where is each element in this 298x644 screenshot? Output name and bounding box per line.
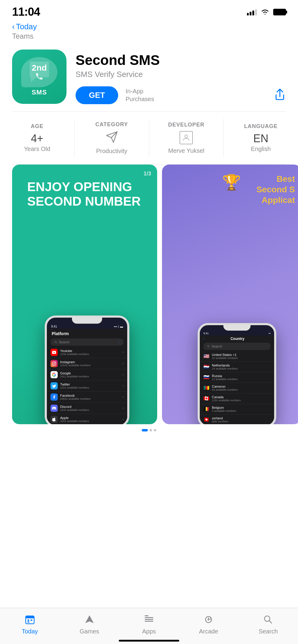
svg-rect-13 [28, 621, 29, 623]
phone-time: 9:41 [51, 325, 57, 328]
tab-apps-label: Apps [142, 628, 156, 635]
facebook-info: Facebook 63631 available numbers [60, 394, 120, 400]
app-icon: 2nd SMS [12, 50, 66, 104]
be-flag: 🇧🇪 [203, 406, 209, 412]
phone-time-2: 9:41 [203, 332, 209, 335]
meta-category: CATEGORY Productivity [75, 119, 149, 157]
tab-arcade-icon [202, 613, 215, 626]
cm-flag: 🇨🇲 [203, 385, 209, 391]
meta-developer-label: DEVELOPER [168, 122, 204, 128]
svg-point-6 [55, 362, 55, 363]
app-actions: GET In-AppPurchases [76, 86, 286, 104]
discord-info: Discord 1231 available numbers [60, 405, 120, 412]
phone-icon [35, 72, 44, 81]
tab-apps[interactable]: Apps [131, 613, 167, 635]
meta-developer-icon-area [180, 131, 193, 144]
tab-games-icon [83, 613, 96, 626]
today-svg-icon [24, 614, 35, 625]
dot-2 [150, 429, 152, 431]
tab-games-label: Games [80, 628, 99, 635]
youtube-info: Youtube 1234 available numbers [60, 349, 120, 356]
wifi-icon [261, 9, 270, 15]
facebook-avail: 63631 available numbers [60, 397, 120, 400]
svg-point-7 [208, 345, 209, 347]
screenshots-scroll[interactable]: ENJOY OPENINGSECOND NUMBER 1/3 9:41 ▪▪▪ … [0, 165, 298, 424]
ru-flag: 🇷🇺 [203, 374, 209, 380]
platform-facebook: Facebook 63631 available numbers › [47, 392, 127, 403]
svg-rect-16 [145, 617, 153, 618]
apple-arrow: › [123, 418, 124, 421]
svg-point-2 [55, 341, 57, 343]
country-ru: 🇷🇺 Russia 12 available numbers [200, 372, 274, 383]
ch-flag: 🇨🇭 [203, 417, 209, 422]
tab-arcade[interactable]: Arcade [190, 613, 227, 635]
back-chevron-icon: ‹ [12, 22, 15, 31]
app-name: Second SMS [76, 53, 286, 68]
ch-info: zerland able numbers [212, 416, 270, 423]
instagram-avail: 10102 available numbers [60, 364, 120, 367]
screenshot-1: ENJOY OPENINGSECOND NUMBER 1/3 9:41 ▪▪▪ … [12, 165, 157, 424]
svg-rect-15 [145, 615, 148, 616]
tab-arcade-label: Arcade [199, 628, 218, 635]
meta-developer-value: Merve Yuksel [168, 147, 205, 154]
ru-info: Russia 12 available numbers [212, 374, 270, 381]
us-avail: 10 available numbers [212, 357, 270, 360]
pagination-dots [0, 424, 298, 434]
send-icon [105, 131, 118, 143]
instagram-arrow: › [123, 362, 124, 365]
signal-icon [247, 9, 257, 15]
tab-games[interactable]: Games [71, 613, 108, 635]
person-icon [182, 133, 190, 142]
meta-language: LANGUAGE EN English [224, 119, 298, 157]
country-be: 🇧🇪 Belgium 3 available numbers [200, 404, 274, 415]
svg-rect-12 [31, 620, 32, 621]
discord-icon [50, 405, 58, 412]
tab-today-icon [23, 613, 37, 626]
us-flag: 🇺🇸 [203, 353, 209, 359]
tab-bar-spacer [0, 434, 298, 482]
battery-icon [273, 9, 286, 15]
facebook-arrow: › [123, 395, 124, 399]
twitter-info: Twitter 1201 available numbers [60, 383, 120, 389]
get-button[interactable]: GET [76, 86, 118, 104]
meta-age-sub: Years Old [24, 146, 50, 152]
meta-category-icon-area [105, 131, 118, 145]
youtube-avail: 1234 available numbers [60, 353, 120, 356]
platform-instagram: Instagram 10102 available numbers › [47, 358, 127, 369]
sms-label: SMS [32, 88, 47, 96]
2nd-text: 2nd [32, 64, 47, 72]
meta-developer: DEVELOPER Merve Yuksel [149, 119, 224, 157]
country-ch: 🇨🇭 zerland able numbers [200, 415, 274, 424]
phone-mockup-2: 9:41 ▪▪ ‹ Country Search [198, 323, 282, 424]
app-info: Second SMS SMS Verify Service GET In-App… [76, 50, 286, 104]
apple-info: Apple 3303 available numbers [60, 416, 120, 423]
youtube-name: Youtube [60, 349, 120, 353]
back-button[interactable]: ‹ Today [12, 22, 286, 31]
phone-content-1: Platform Search › Youtube [47, 329, 127, 424]
teams-back-label: Teams [12, 32, 286, 40]
svg-line-8 [209, 347, 209, 347]
tab-search-icon [261, 613, 275, 626]
svg-rect-17 [145, 619, 153, 620]
svg-rect-11 [28, 620, 29, 621]
share-button[interactable] [274, 88, 286, 102]
phone-status-2: ▪▪ [269, 332, 270, 335]
back-label-text: Today [16, 22, 37, 31]
discord-avail: 1231 available numbers [60, 409, 120, 412]
nl-info: Netherlands 24 available numbers [212, 364, 270, 370]
tab-today[interactable]: Today [12, 613, 48, 635]
meta-language-value: EN [253, 133, 268, 145]
back-nav: ‹ Today Teams [0, 21, 298, 43]
developer-avatar [180, 131, 193, 144]
platform-label: Platform [47, 329, 127, 337]
country-search-bar: Search [203, 343, 270, 350]
cm-name: Cameron [212, 385, 270, 388]
country-header: ‹ Country [200, 335, 274, 341]
us-name: United States +1 [212, 353, 270, 357]
tab-search[interactable]: Search [250, 613, 286, 635]
screenshot-2: 🏆 BestSecond SApplicat 9:41 ▪▪ ‹ Country [162, 165, 298, 424]
ch-avail: able numbers [212, 420, 270, 423]
nl-name: Netherlands [212, 364, 270, 367]
meta-language-sub: English [251, 146, 271, 152]
share-icon [274, 88, 286, 101]
